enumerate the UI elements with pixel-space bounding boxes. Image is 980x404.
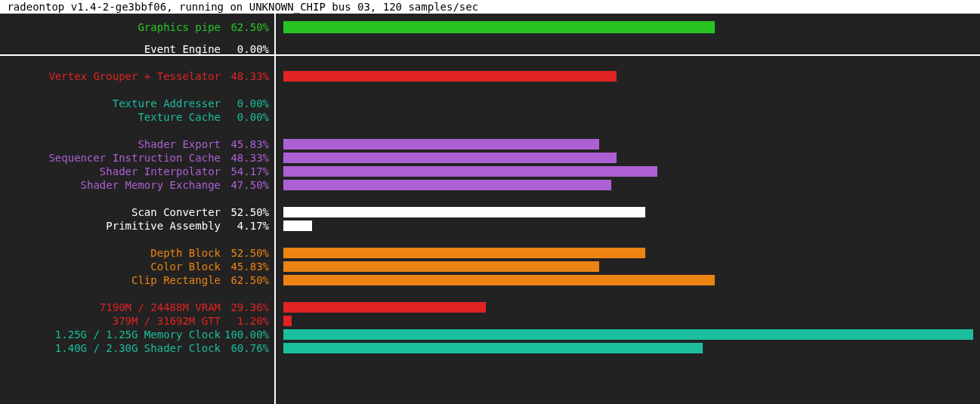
metric-pct: 0.00%: [221, 97, 269, 110]
metric-bar: [283, 180, 611, 190]
metric-bar: [283, 248, 645, 258]
metric-row: Texture Cache0.00%: [0, 110, 980, 124]
header-bar: [283, 21, 715, 33]
metric-label: Sequencer Instruction Cache: [48, 152, 221, 164]
metric-bar: [283, 316, 292, 326]
metric-pct: 0.00%: [221, 110, 269, 124]
main-panel: Graphics pipe 62.50% Event Engine0.00%Ve…: [0, 14, 980, 404]
metric-label: 379M / 31692M GTT: [113, 315, 221, 327]
spacer: [0, 287, 980, 301]
metric-label: Clip Rectangle: [131, 274, 221, 286]
metric-row: 379M / 31692M GTT1.20%: [0, 314, 980, 328]
spacer: [0, 233, 980, 246]
metric-row: Clip Rectangle62.50%: [0, 273, 980, 287]
metric-pct: 29.36%: [221, 301, 269, 314]
metric-pct: 62.50%: [221, 273, 269, 287]
metric-label: Shader Interpolator: [100, 165, 221, 177]
metric-label: Shader Export: [138, 138, 221, 150]
metric-label: Texture Cache: [138, 111, 221, 123]
vertical-divider: [274, 14, 276, 404]
metric-label: Shader Memory Exchange: [81, 179, 221, 191]
spacer: [0, 56, 980, 69]
metric-row: 7190M / 24488M VRAM29.36%: [0, 301, 980, 314]
metric-row: Shader Interpolator54.17%: [0, 165, 980, 178]
metric-row: 1.40G / 2.30G Shader Clock60.76%: [0, 341, 980, 355]
metric-row: Shader Export45.83%: [0, 137, 980, 151]
metric-bar: [283, 329, 973, 340]
spacer: [0, 192, 980, 205]
metric-pct: 48.33%: [221, 151, 269, 165]
metric-pct: 52.50%: [221, 246, 269, 260]
metric-pct: 60.76%: [221, 341, 269, 355]
metric-pct: 100.00%: [221, 328, 269, 341]
metric-row: 1.25G / 1.25G Memory Clock100.00%: [0, 328, 980, 341]
metric-row: Texture Addresser0.00%: [0, 97, 980, 110]
metric-row: Color Block45.83%: [0, 260, 980, 273]
metric-label: Scan Converter: [131, 206, 221, 218]
title-bar: radeontop v1.4-2-ge3bbf06, running on UN…: [0, 0, 980, 14]
metric-bar: [283, 221, 312, 231]
metric-label: Depth Block: [150, 247, 221, 259]
metric-pct: 4.17%: [221, 219, 269, 233]
metric-pct: 52.50%: [221, 205, 269, 219]
metric-pct: 45.83%: [221, 137, 269, 151]
rows-container: Event Engine0.00%Vertex Grouper + Tessel…: [0, 42, 980, 355]
metric-bar: [283, 139, 599, 150]
metric-label: 1.40G / 2.30G Shader Clock: [55, 342, 221, 354]
metric-pct: 48.33%: [221, 69, 269, 83]
metric-bar: [283, 302, 486, 313]
metric-bar: [283, 153, 617, 163]
spacer: [0, 83, 980, 97]
metric-row: Scan Converter52.50%: [0, 205, 980, 219]
spacer: [0, 124, 980, 137]
header-pct: 62.50%: [221, 20, 269, 34]
metric-label: 1.25G / 1.25G Memory Clock: [55, 328, 221, 341]
metric-label: 7190M / 24488M VRAM: [100, 301, 221, 313]
metric-row: Depth Block52.50%: [0, 246, 980, 260]
metric-label: Event Engine: [144, 43, 221, 55]
header-label: Graphics pipe: [138, 20, 221, 34]
metric-bar: [283, 166, 657, 177]
metric-row: Sequencer Instruction Cache48.33%: [0, 151, 980, 165]
metric-bar: [283, 343, 703, 353]
metric-pct: 1.20%: [221, 314, 269, 328]
metric-pct: 47.50%: [221, 178, 269, 192]
header-row-graphics-pipe: Graphics pipe 62.50%: [0, 14, 980, 41]
metric-bar: [283, 207, 645, 217]
metric-bar: [283, 71, 617, 82]
metric-bar: [283, 275, 715, 285]
metric-label: Color Block: [150, 261, 221, 273]
metric-pct: 54.17%: [221, 165, 269, 178]
metric-row: Shader Memory Exchange47.50%: [0, 178, 980, 192]
metric-row: Primitive Assembly4.17%: [0, 219, 980, 233]
metric-label: Primitive Assembly: [106, 220, 221, 232]
metric-row: Vertex Grouper + Tesselator48.33%: [0, 69, 980, 83]
metric-pct: 45.83%: [221, 260, 269, 273]
metric-label: Texture Addresser: [113, 97, 221, 109]
metric-label: Vertex Grouper + Tesselator: [48, 70, 221, 82]
metric-bar: [283, 261, 599, 272]
